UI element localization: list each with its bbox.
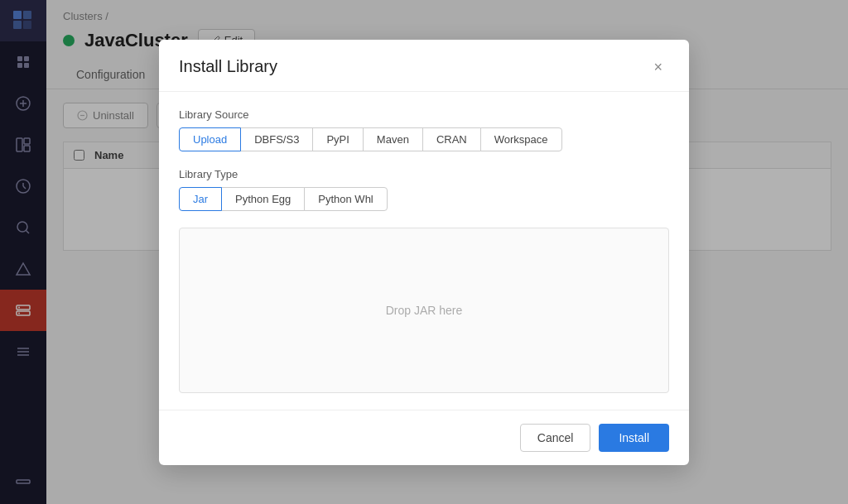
library-type-group: Jar Python Egg Python Whl — [179, 187, 669, 211]
install-library-modal: Install Library × Library Source Upload … — [159, 40, 689, 465]
type-python-whl-button[interactable]: Python Whl — [304, 187, 387, 211]
modal-title: Install Library — [179, 57, 277, 76]
library-type-label: Library Type — [179, 168, 669, 180]
source-pypi-button[interactable]: PyPI — [312, 127, 363, 151]
source-upload-button[interactable]: Upload — [179, 127, 241, 151]
modal-footer: Cancel Install — [159, 410, 689, 465]
cancel-button[interactable]: Cancel — [520, 424, 591, 452]
source-dbfs-button[interactable]: DBFS/S3 — [240, 127, 313, 151]
source-workspace-button[interactable]: Workspace — [480, 127, 562, 151]
modal-close-button[interactable]: × — [647, 56, 669, 78]
library-source-label: Library Source — [179, 108, 669, 121]
install-button[interactable]: Install — [599, 424, 669, 452]
drop-zone-text: Drop JAR here — [386, 304, 463, 317]
modal-overlay: Install Library × Library Source Upload … — [0, 0, 848, 504]
type-jar-button[interactable]: Jar — [179, 187, 222, 211]
drop-zone[interactable]: Drop JAR here — [179, 228, 669, 393]
type-python-egg-button[interactable]: Python Egg — [221, 187, 305, 211]
source-cran-button[interactable]: CRAN — [422, 127, 481, 151]
modal-header: Install Library × — [159, 40, 689, 92]
library-source-group: Upload DBFS/S3 PyPI Maven CRAN Workspace — [179, 127, 669, 151]
modal-body: Library Source Upload DBFS/S3 PyPI Maven… — [159, 92, 689, 410]
source-maven-button[interactable]: Maven — [363, 127, 423, 151]
